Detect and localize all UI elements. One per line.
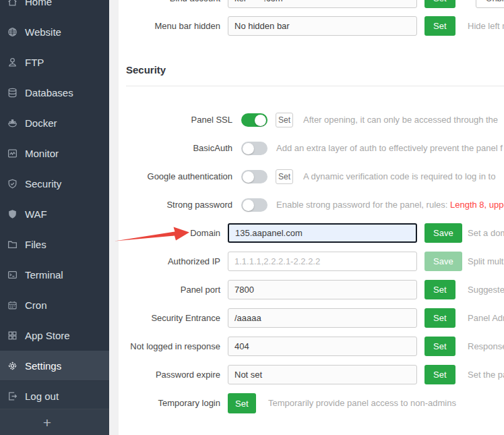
row-strong-password: Strong passwordEnable strong password fo… — [0, 195, 504, 215]
row-domain: DomainSaveSet a dom — [0, 223, 504, 243]
row-label: Not logged in response — [113, 337, 220, 356]
basicauth-toggle[interactable] — [241, 142, 267, 155]
description-text: Set the pan — [468, 370, 504, 380]
row-google-authentication: Google authenticationSetA dynamic verifi… — [0, 167, 504, 187]
row-panel-port: Panel portSetSuggested — [0, 280, 504, 300]
row-description: Temporarily provide panel access to non-… — [268, 393, 456, 413]
panel-port-set-button[interactable]: Set — [424, 280, 455, 299]
strong-password-toggle[interactable] — [241, 198, 267, 212]
row-password-expire: Password expireSetSet the pan — [0, 365, 504, 385]
description-red-text: Length 8, uppe — [450, 200, 504, 210]
main-content: Security Bind accountSetUnbindMenu bar h… — [0, 0, 504, 435]
description-text: Enable strong password for the panel, ru… — [276, 200, 450, 210]
row-authorized-ip: Authorized IPSaveSplit multi — [0, 252, 504, 272]
row-description: Response w — [468, 337, 504, 356]
description-text: A dynamic verification code is required … — [303, 171, 495, 181]
toggle-knob — [243, 171, 254, 183]
not-logged-in-response-set-button[interactable]: Set — [424, 337, 455, 356]
row-label: Authorized IP — [113, 252, 220, 271]
description-text: Set a dom — [468, 228, 504, 238]
row-menu-bar-hidden: Menu bar hiddenSetHide left m — [0, 16, 504, 36]
description-text: Panel Admi — [468, 313, 504, 323]
row-label: Bind account — [113, 0, 220, 8]
google-authentication-set-button[interactable]: Set — [276, 169, 293, 184]
row-description: Hide left m — [468, 16, 504, 36]
row-not-logged-in-response: Not logged in responseSetResponse w — [0, 337, 504, 357]
row-label: BasicAuth — [125, 138, 232, 158]
section-title-security: Security — [126, 64, 166, 76]
row-description: Split multi — [468, 252, 504, 271]
menu-bar-hidden-set-button[interactable]: Set — [424, 16, 455, 36]
security-entrance-input[interactable] — [228, 308, 417, 328]
row-label: Password expire — [113, 365, 220, 384]
app-window: HomeWebsiteFTPDatabasesDockerMonitorSecu… — [0, 0, 504, 435]
row-description: Suggested — [468, 280, 504, 299]
description-text: Split multi — [468, 256, 504, 266]
section-divider — [126, 86, 504, 86]
authorized-ip-input[interactable] — [228, 252, 417, 271]
panel-ssl-toggle[interactable] — [241, 113, 267, 127]
panel-ssl-set-button[interactable]: Set — [276, 113, 293, 127]
description-text: Add an extra layer of auth to effectivel… — [276, 143, 503, 153]
row-label: Domain — [113, 223, 220, 243]
menu-bar-hidden-input[interactable] — [228, 16, 417, 36]
toggle-knob — [243, 200, 254, 211]
row-label: Google authentication — [125, 167, 232, 186]
row-panel-ssl: Panel SSLSetAfter opening, it can only b… — [0, 110, 504, 130]
row-description: Panel Admi — [468, 308, 504, 328]
row-label: Temporary login — [113, 393, 220, 413]
security-entrance-set-button[interactable]: Set — [424, 308, 455, 328]
row-description: Set the pan — [468, 365, 504, 384]
password-expire-input[interactable] — [228, 365, 417, 384]
row-security-entrance: Security EntranceSetPanel Admi — [0, 308, 504, 328]
domain-input[interactable] — [228, 223, 417, 243]
row-label: Strong password — [125, 195, 232, 214]
google-authentication-toggle[interactable] — [241, 170, 267, 183]
row-bind-account: Bind accountSetUnbind — [0, 0, 504, 9]
row-label: Security Entrance — [113, 308, 220, 328]
authorized-ip-save-button[interactable]: Save — [424, 252, 462, 271]
description-text: After opening, it can only be accessed t… — [303, 115, 498, 125]
password-expire-set-button[interactable]: Set — [424, 365, 455, 384]
toggle-knob — [243, 143, 254, 154]
row-label: Panel port — [113, 280, 220, 299]
toggle-knob — [255, 115, 266, 126]
row-description: Set a dom — [468, 223, 504, 243]
description-text: Response w — [468, 341, 504, 351]
panel-port-input[interactable] — [228, 280, 417, 299]
row-label: Menu bar hidden — [113, 16, 220, 36]
bind-account-set-button[interactable]: Set — [424, 0, 455, 8]
row-description: Enable strong password for the panel, ru… — [276, 195, 504, 214]
description-text: Hide left m — [468, 21, 504, 31]
description-text: Temporarily provide panel access to non-… — [268, 398, 456, 408]
bind-account-unbind-button[interactable]: Unbind — [476, 0, 504, 8]
row-description: Add an extra layer of auth to effectivel… — [276, 138, 503, 158]
row-description: After opening, it can only be accessed t… — [303, 110, 498, 129]
row-label: Panel SSL — [125, 110, 232, 129]
domain-save-button[interactable]: Save — [424, 223, 462, 243]
row-temporary-login: Temporary loginSetTemporarily provide pa… — [0, 393, 504, 413]
description-text: Suggested — [468, 285, 504, 295]
temporary-login-set-button[interactable]: Set — [228, 393, 256, 413]
row-basicauth: BasicAuthAdd an extra layer of auth to e… — [0, 138, 504, 158]
row-description: A dynamic verification code is required … — [303, 167, 495, 186]
bind-account-input[interactable] — [228, 0, 417, 8]
not-logged-in-response-input[interactable] — [228, 337, 417, 356]
